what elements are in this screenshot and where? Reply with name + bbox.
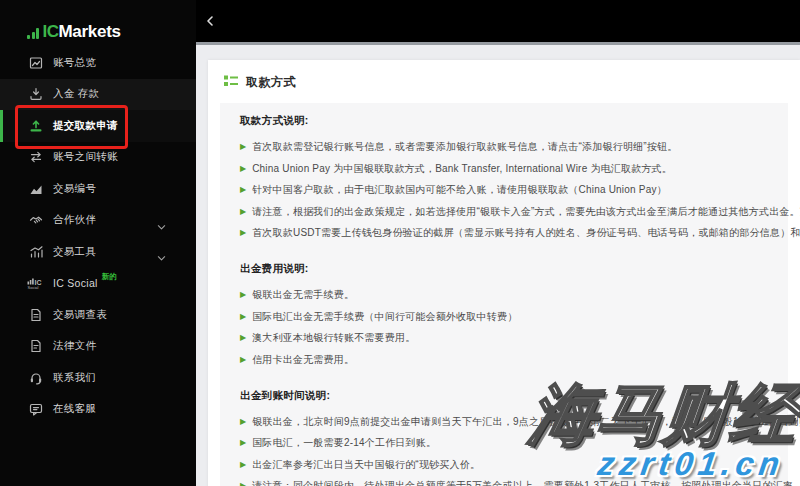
section-heading: 出金费用说明: xyxy=(240,262,768,276)
section-heading: 出金到账时间说明: xyxy=(240,389,768,403)
bullet-arrow-icon: ▶ xyxy=(240,480,246,486)
bullet-text: 出金汇率参考汇出日当天中国银行的“现钞买入价。 xyxy=(252,459,480,471)
bullet-item: ▶银联出金，北京时间9点前提交出金申请则当天下午汇出，9点之后提交申请第二天下午… xyxy=(240,416,768,428)
sidebar-item-partners[interactable]: 合作伙伴 xyxy=(0,205,196,237)
bullet-item: ▶国际电汇出金无需手续费（中间行可能会额外收取中转费） xyxy=(240,311,768,323)
bullet-arrow-icon: ▶ xyxy=(240,163,246,175)
bullet-item: ▶针对中国客户取款，由于电汇取款国内可能不给入账，请使用银联取款（China U… xyxy=(240,184,768,196)
bullet-item: ▶信用卡出金无需费用。 xyxy=(240,354,768,366)
bullet-arrow-icon: ▶ xyxy=(240,184,246,196)
ic-markets-logo[interactable]: IC Markets xyxy=(0,0,196,42)
sidebar-item-contact-us[interactable]: 联系我们 xyxy=(0,362,196,394)
bullet-arrow-icon: ▶ xyxy=(240,332,246,344)
chat-icon xyxy=(27,402,44,416)
sidebar-menu: 账号总览入金 存款提交取款申请账号之间转账交易编号合作伙伴交易工具ICSocia… xyxy=(0,47,196,425)
headset-icon xyxy=(27,371,44,385)
tools-icon xyxy=(27,245,44,259)
bullet-text: 银联出金无需手续费。 xyxy=(252,289,354,301)
sidebar-item-submit-withdrawal[interactable]: 提交取款申请 xyxy=(0,110,196,142)
sidebar-item-live-chat[interactable]: 在线客服 xyxy=(0,394,196,426)
info-section-0: 取款方式说明:▶首次取款需登记银行账号信息，或者需要添加银行取款账号信息，请点击… xyxy=(240,114,768,239)
bullet-item: ▶China Union Pay 为中国银联取款方式，Bank Transfer… xyxy=(240,163,768,175)
sidebar-item-label: 交易工具 xyxy=(53,245,96,259)
chevron-down-icon xyxy=(157,248,166,266)
section-heading: 取款方式说明: xyxy=(240,114,768,128)
sidebar-item-legal-documents[interactable]: 法律文件 xyxy=(0,331,196,363)
bullet-item: ▶首次取款USDT需要上传钱包身份验证的截屏（需显示账号持有人的姓名、身份证号码… xyxy=(240,227,768,239)
sidebar-item-label: 交易调查表 xyxy=(53,308,107,322)
sidebar-item-label: 联系我们 xyxy=(53,371,96,385)
sidebar-item-trade-number[interactable]: 交易编号 xyxy=(0,173,196,205)
bullet-item: ▶澳大利亚本地银行转账不需要费用。 xyxy=(240,332,768,344)
bullet-text: 国际电汇，一般需要2-14个工作日到账。 xyxy=(252,437,436,449)
sidebar-item-label: 提交取款申请 xyxy=(53,119,118,133)
svg-text:Social: Social xyxy=(28,285,39,290)
logo-suffix: Markets xyxy=(59,22,121,42)
bullet-arrow-icon: ▶ xyxy=(240,289,246,301)
bullet-item: ▶请注意，根据我们的出金政策规定，如若选择使用“银联卡入金”方式，需要先由该方式… xyxy=(240,206,768,218)
bullet-item: ▶银联出金无需手续费。 xyxy=(240,289,768,301)
bullet-arrow-icon: ▶ xyxy=(240,206,246,218)
new-badge: 新的 xyxy=(102,272,117,282)
page-title: 取款方式 xyxy=(246,74,296,91)
form-icon xyxy=(27,308,44,322)
sidebar-item-label: 入金 存款 xyxy=(53,87,99,101)
info-panel: 取款方式说明:▶首次取款需登记银行账号信息，或者需要添加银行取款账号信息，请点击… xyxy=(220,103,788,486)
chevron-down-icon xyxy=(157,217,166,235)
bullet-text: 请注意：同个时间段内，待处理出金总额度等于5万美金或以上，需要额外1-3工作日人… xyxy=(252,480,800,486)
sidebar-item-label: 法律文件 xyxy=(53,339,96,353)
deposit-icon xyxy=(27,87,44,101)
bullet-text: 信用卡出金无需费用。 xyxy=(252,354,354,366)
bullet-arrow-icon: ▶ xyxy=(240,416,246,428)
bullet-arrow-icon: ▶ xyxy=(240,354,246,366)
card-header: 取款方式 xyxy=(208,60,800,103)
content-area: 取款方式 取款方式说明:▶首次取款需登记银行账号信息，或者需要添加银行取款账号信… xyxy=(196,42,800,486)
bullet-text: 请注意，根据我们的出金政策规定，如若选择使用“银联卡入金”方式，需要先由该方式出… xyxy=(252,206,800,218)
sidebar: IC Markets 账号总览入金 存款提交取款申请账号之间转账交易编号合作伙伴… xyxy=(0,0,196,486)
bullet-text: 首次取款需登记银行账号信息，或者需要添加银行取款账号信息，请点击“添加银行明细”… xyxy=(252,141,677,153)
sidebar-item-deposit[interactable]: 入金 存款 xyxy=(0,79,196,111)
sidebar-item-trading-tools[interactable]: 交易工具 xyxy=(0,236,196,268)
bullet-text: China Union Pay 为中国银联取款方式，Bank Transfer,… xyxy=(252,163,672,175)
bullet-text: 国际电汇出金无需手续费（中间行可能会额外收取中转费） xyxy=(252,311,517,323)
logo-bars-icon xyxy=(27,28,41,42)
bullet-text: 针对中国客户取款，由于电汇取款国内可能不给入账，请使用银联取款（China Un… xyxy=(252,184,667,196)
sidebar-item-account-overview[interactable]: 账号总览 xyxy=(0,47,196,79)
info-section-2: 出金到账时间说明:▶银联出金，北京时间9点前提交出金申请则当天下午汇出，9点之后… xyxy=(240,389,768,486)
sidebar-collapse-icon[interactable] xyxy=(203,14,217,32)
overview-icon xyxy=(27,56,44,70)
bullet-item: ▶首次取款需登记银行账号信息，或者需要添加银行取款账号信息，请点击“添加银行明细… xyxy=(240,141,768,153)
bullet-text: 银联出金，北京时间9点前提交出金申请则当天下午汇出，9点之后提交申请第二天下午汇… xyxy=(252,416,800,428)
sidebar-item-label: 合作伙伴 xyxy=(53,213,96,227)
sidebar-item-label: IC Social xyxy=(53,277,98,289)
sidebar-item-trading-questionnaire[interactable]: 交易调查表 xyxy=(0,299,196,331)
topbar xyxy=(196,0,800,42)
info-section-1: 出金费用说明:▶银联出金无需手续费。▶国际电汇出金无需手续费（中间行可能会额外收… xyxy=(240,262,768,366)
bullet-item: ▶出金汇率参考汇出日当天中国银行的“现钞买入价。 xyxy=(240,459,768,471)
sidebar-item-label: 账号之间转账 xyxy=(53,150,118,164)
list-icon xyxy=(224,73,238,91)
sidebar-item-label: 账号总览 xyxy=(53,56,96,70)
bullet-text: 首次取款USDT需要上传钱包身份验证的截屏（需显示账号持有人的姓名、身份证号码、… xyxy=(252,227,800,239)
withdrawal-methods-card: 取款方式 取款方式说明:▶首次取款需登记银行账号信息，或者需要添加银行取款账号信… xyxy=(208,60,800,486)
sidebar-item-ic-social[interactable]: ICSocialIC Social新的 xyxy=(0,268,196,300)
bullet-arrow-icon: ▶ xyxy=(240,141,246,153)
sidebar-item-transfer-between-accounts[interactable]: 账号之间转账 xyxy=(0,142,196,174)
bullet-arrow-icon: ▶ xyxy=(240,227,246,239)
logo-prefix: IC xyxy=(43,22,59,42)
bullet-arrow-icon: ▶ xyxy=(240,437,246,449)
document-icon xyxy=(27,339,44,353)
bullet-arrow-icon: ▶ xyxy=(240,459,246,471)
withdraw-icon xyxy=(27,119,44,133)
bullet-item: ▶国际电汇，一般需要2-14个工作日到账。 xyxy=(240,437,768,449)
bullet-item: ▶请注意：同个时间段内，待处理出金总额度等于5万美金或以上，需要额外1-3工作日… xyxy=(240,480,768,486)
sidebar-item-label: 在线客服 xyxy=(53,402,96,416)
bullet-arrow-icon: ▶ xyxy=(240,311,246,323)
bullet-text: 澳大利亚本地银行转账不需要费用。 xyxy=(252,332,415,344)
sidebar-item-label: 交易编号 xyxy=(53,182,96,196)
ic-social-icon: ICSocial xyxy=(27,276,44,290)
chart-icon xyxy=(27,182,44,196)
partners-icon xyxy=(27,213,44,227)
transfer-icon xyxy=(27,150,44,164)
